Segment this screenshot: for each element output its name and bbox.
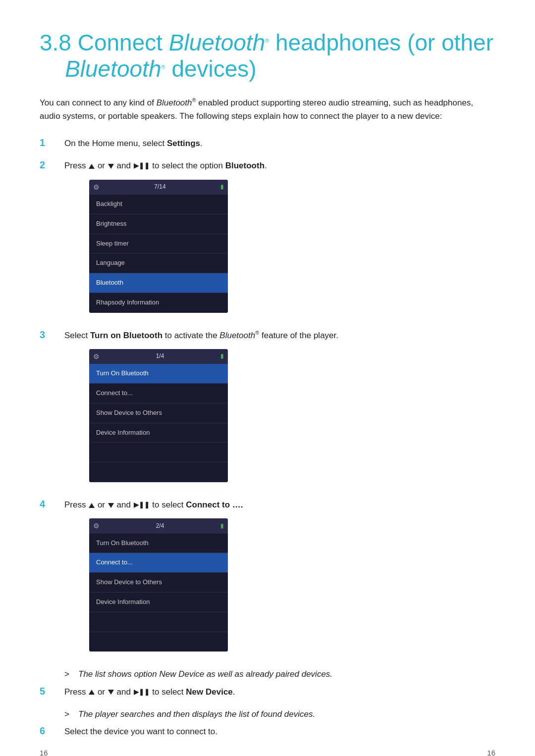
menu-item-turn-on-bluetooth-2: Turn On Bluetooth [89, 534, 228, 554]
steps-list-3: 6 Select the device you want to connect … [40, 725, 495, 738]
sub-bullet-arrow-5: > [64, 707, 78, 721]
step-3-content: Select Turn on Bluetooth to activate the… [64, 329, 495, 489]
device-header-3: ⚙ 2/4 ▮ [89, 518, 228, 533]
device-header-1: ⚙ 7/14 ▮ [89, 180, 228, 195]
up-arrow-icon [89, 164, 95, 169]
menu-item-sleep-timer: Sleep timer [89, 234, 228, 254]
step-1: 1 On the Home menu, select Settings. [40, 137, 495, 150]
steps-list: 1 On the Home menu, select Settings. 2 P… [40, 137, 495, 658]
device-screen-1: ⚙ 7/14 ▮ Backlight Brightness Sleep time… [89, 180, 228, 313]
device-header-2: ⚙ 1/4 ▮ [89, 349, 228, 364]
menu-item-device-info-2: Device Information [89, 593, 228, 612]
step-6: 6 Select the device you want to connect … [40, 725, 495, 738]
menu-item-show-device-2: Show Device to Others [89, 573, 228, 593]
play-pause-icon-5: ▶❚❚ [134, 687, 150, 698]
steps-list-2: 5 Press or and ▶❚❚ to select New Device. [40, 685, 495, 699]
step-6-content: Select the device you want to connect to… [64, 725, 495, 738]
down-arrow-icon [108, 164, 114, 169]
gear-icon-3: ⚙ [93, 520, 100, 531]
intro-paragraph: You can connect to any kind of Bluetooth… [40, 96, 495, 123]
menu-item-show-device: Show Device to Others [89, 403, 228, 423]
up-arrow-icon-5 [89, 690, 95, 695]
step-5-number: 5 [40, 685, 64, 697]
screen3-menu: Turn On Bluetooth Connect to... Show Dev… [89, 534, 228, 652]
step-5: 5 Press or and ▶❚❚ to select New Device. [40, 685, 495, 699]
battery-icon-2: ▮ [220, 352, 224, 361]
step-5-content: Press or and ▶❚❚ to select New Device. [64, 685, 495, 699]
menu-item-empty-3 [89, 612, 228, 632]
sub-bullet-step5-text: The player searches and then displays th… [78, 707, 315, 721]
menu-item-empty-1 [89, 443, 228, 462]
page-number-left: 16 [40, 749, 48, 756]
step-4-number: 4 [40, 498, 64, 510]
menu-item-device-info: Device Information [89, 423, 228, 443]
menu-item-connect-to-2: Connect to... [89, 553, 228, 573]
menu-item-backlight: Backlight [89, 195, 228, 214]
sub-bullet-step5: > The player searches and then displays … [64, 707, 495, 721]
sub-bullet-arrow-4: > [64, 667, 78, 681]
menu-item-turn-on-bluetooth: Turn On Bluetooth [89, 364, 228, 384]
step-1-number: 1 [40, 137, 64, 149]
step-3-number: 3 [40, 329, 64, 341]
battery-icon-3: ▮ [220, 521, 224, 531]
step-2-content: Press or and ▶❚❚ to select the option Bl… [64, 159, 495, 319]
play-pause-icon: ▶❚❚ [134, 161, 150, 171]
screen1-menu: Backlight Brightness Sleep timer Languag… [89, 195, 228, 313]
step-3: 3 Select Turn on Bluetooth to activate t… [40, 329, 495, 489]
menu-item-empty-4 [89, 632, 228, 652]
play-pause-icon-4: ▶❚❚ [134, 500, 150, 510]
sub-bullet-step4-text: The list shows option New Device as well… [78, 667, 332, 681]
device-screen-3: ⚙ 2/4 ▮ Turn On Bluetooth Connect to... … [89, 518, 228, 652]
screen2-menu: Turn On Bluetooth Connect to... Show Dev… [89, 364, 228, 482]
page-number-right: 16 [487, 749, 495, 756]
page-heading: 3.8 Connect Bluetooth® headphones (or ot… [40, 30, 495, 82]
sub-bullet-step4: > The list shows option New Device as we… [64, 667, 495, 681]
menu-item-connect-to-1: Connect to... [89, 384, 228, 403]
menu-item-language: Language [89, 253, 228, 273]
menu-item-bluetooth: Bluetooth [89, 273, 228, 293]
down-arrow-icon-5 [108, 690, 114, 695]
device-screen-2: ⚙ 1/4 ▮ Turn On Bluetooth Connect to... … [89, 349, 228, 482]
menu-item-rhapsody: Rhapsody Information [89, 293, 228, 313]
gear-icon: ⚙ [93, 182, 100, 193]
step-4-content: Press or and ▶❚❚ to select Connect to ….… [64, 498, 495, 658]
screen3-counter: 2/4 [156, 521, 164, 531]
step-2-number: 2 [40, 159, 64, 171]
down-arrow-icon-4 [108, 503, 114, 508]
step-1-content: On the Home menu, select Settings. [64, 137, 495, 150]
step-2: 2 Press or and ▶❚❚ to select the option … [40, 159, 495, 319]
screen1-counter: 7/14 [154, 182, 165, 192]
menu-item-brightness: Brightness [89, 214, 228, 234]
step-4: 4 Press or and ▶❚❚ to select Connect to … [40, 498, 495, 658]
battery-icon: ▮ [220, 182, 224, 192]
screen2-counter: 1/4 [156, 352, 164, 361]
gear-icon-2: ⚙ [93, 351, 100, 362]
step-6-number: 6 [40, 725, 64, 737]
menu-item-empty-2 [89, 462, 228, 482]
up-arrow-icon-4 [89, 503, 95, 508]
